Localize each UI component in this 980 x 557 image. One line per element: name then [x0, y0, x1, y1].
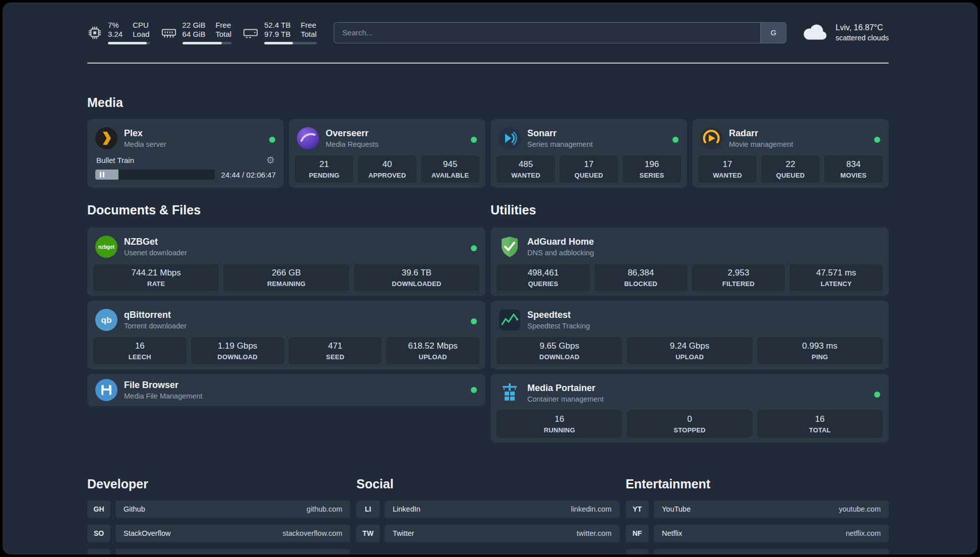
bookmark-name: Github	[124, 505, 145, 513]
app-card-radarr[interactable]: Radarr Movie management 17 WANTED 22 QUE…	[692, 119, 889, 188]
bookmark-name: Netflix	[662, 529, 682, 537]
documents-column: Documents & Files nzbget NZBGet U	[87, 194, 485, 442]
app-subtitle: Usenet downloader	[124, 249, 187, 257]
stat-upload: 618.52 Mbps UPLOAD	[386, 337, 479, 364]
disk-widget: 52.4 TB 97.9 TB Free Total	[242, 21, 317, 44]
bookmark-abbr: TW	[356, 525, 380, 542]
bookmark-abbr: DT	[87, 549, 110, 555]
svg-text:nzbget: nzbget	[98, 244, 115, 250]
bookmark-dev[interactable]: DT DEV dev.to	[87, 549, 350, 555]
topbar: 7% 3.24 CPU Load	[87, 21, 889, 44]
app-name: qBittorrent	[124, 310, 187, 320]
svg-text:qb: qb	[101, 315, 112, 325]
app-name: Speedtest	[527, 310, 590, 320]
section-title-entertainment: Entertainment	[626, 476, 889, 491]
app-card-plex[interactable]: Plex Media server Bullet Train ⚙ 24:44 /…	[87, 119, 284, 188]
memory-free-value: 22 GiB	[182, 21, 206, 30]
search-input[interactable]	[334, 22, 760, 43]
playback-progress-bar[interactable]	[95, 170, 215, 180]
app-card-qbittorrent[interactable]: qb qBittorrent Torrent downloader 16 LEE…	[87, 301, 485, 369]
bookmark-abbr: SO	[87, 525, 110, 542]
status-dot	[471, 137, 477, 143]
stat-remaining: 266 GB REMAINING	[223, 264, 349, 291]
media-grid: Plex Media server Bullet Train ⚙ 24:44 /…	[87, 119, 889, 188]
app-name: Overseerr	[326, 128, 379, 139]
stat-available: 945 AVAILABLE	[421, 155, 479, 183]
app-name: Radarr	[729, 128, 793, 139]
bookmark-github[interactable]: GH Github github.com	[87, 500, 350, 518]
qbittorrent-icon: qb	[95, 309, 117, 331]
cpu-load-label: Load	[133, 30, 149, 39]
now-playing-title: Bullet Train	[96, 156, 134, 164]
memory-free-label: Free	[215, 21, 231, 30]
cpu-progress-bar	[108, 42, 150, 44]
memory-total-label: Total	[215, 30, 231, 39]
nzbget-icon: nzbget	[95, 236, 117, 258]
status-dot	[471, 387, 477, 393]
status-dot	[471, 245, 477, 251]
dashboard-page: 7% 3.24 CPU Load	[3, 3, 977, 554]
stat-blocked: 86,384 BLOCKED	[594, 264, 688, 291]
app-card-sonarr[interactable]: Sonarr Series management 485 WANTED 17 Q…	[491, 119, 687, 188]
sonarr-icon	[499, 127, 521, 149]
weather-widget[interactable]: Lviv, 16.87°C scattered clouds	[802, 22, 889, 43]
portainer-icon	[499, 382, 521, 404]
stat-approved: 40 APPROVED	[358, 155, 416, 183]
app-name: Plex	[124, 128, 166, 139]
plex-icon	[95, 127, 117, 149]
status-dot	[471, 318, 477, 324]
search-engine-button[interactable]: G	[760, 22, 786, 43]
stat-download: 1.19 Gbps DOWNLOAD	[191, 337, 284, 364]
app-card-portainer[interactable]: Media Portainer Container management 16 …	[491, 374, 889, 442]
bookmark-youtube[interactable]: YT YouTube youtube.com	[626, 500, 889, 518]
gear-icon[interactable]: ⚙	[266, 155, 275, 165]
weather-condition: scattered clouds	[835, 34, 889, 42]
cloud-icon	[802, 22, 829, 43]
bookmark-stackoverflow[interactable]: SO StackOverflow stackoverflow.com	[87, 525, 350, 542]
status-dot	[269, 137, 275, 143]
bookmark-linkedin[interactable]: LI LinkedIn linkedin.com	[356, 500, 620, 518]
section-title-social: Social	[356, 476, 620, 491]
cpu-icon	[87, 25, 102, 40]
memory-widget: 22 GiB 64 GiB Free Total	[161, 21, 232, 44]
app-card-adguard[interactable]: AdGuard Home DNS and adblocking 498,461 …	[491, 228, 889, 296]
stat-wanted: 17 WANTED	[698, 155, 757, 183]
stat-wanted: 485 WANTED	[497, 155, 555, 183]
bookmark-group-developer: Developer GH Github github.com SO StackO…	[87, 468, 350, 554]
bookmark-url: twitter.com	[577, 529, 611, 537]
app-card-overseerr[interactable]: Overseerr Media Requests 21 PENDING 40 A…	[289, 119, 485, 188]
app-card-speedtest[interactable]: Speedtest Speedtest Tracking 9.65 Gbps D…	[491, 301, 889, 369]
disk-free-value: 52.4 TB	[264, 21, 290, 30]
bookmark-abbr: YT	[626, 500, 649, 518]
bookmark-reddit[interactable]: RE Reddit reddit.com	[626, 549, 889, 555]
app-name: Media Portainer	[527, 383, 604, 394]
bookmark-name: YouTube	[662, 505, 691, 513]
app-name: File Browser	[124, 380, 203, 391]
bookmark-twitter[interactable]: TW Twitter twitter.com	[356, 525, 620, 542]
header-divider	[87, 63, 889, 64]
bookmark-abbr: NF	[626, 525, 649, 542]
app-subtitle: Speedtest Tracking	[527, 322, 590, 330]
cpu-widget: 7% 3.24 CPU Load	[87, 21, 150, 44]
bookmark-url: dev.to	[323, 553, 342, 554]
app-name: AdGuard Home	[527, 237, 594, 247]
section-title-media: Media	[87, 95, 889, 110]
app-name: Sonarr	[527, 128, 593, 139]
filebrowser-icon	[95, 379, 117, 401]
bookmark-group-entertainment: Entertainment YT YouTube youtube.com NF …	[626, 468, 889, 554]
radarr-icon	[700, 127, 722, 149]
app-card-nzbget[interactable]: nzbget NZBGet Usenet downloader 744.21 M…	[87, 228, 485, 296]
bookmark-netflix[interactable]: NF Netflix netflix.com	[626, 525, 889, 542]
stat-download: 9.65 Gbps DOWNLOAD	[497, 337, 622, 364]
bookmark-url: github.com	[307, 505, 342, 513]
stat-filtered: 2,953 FILTERED	[692, 264, 785, 291]
app-card-filebrowser[interactable]: File Browser Media File Management	[87, 374, 485, 406]
status-dot	[874, 137, 880, 143]
bookmark-abbr: GH	[87, 500, 110, 518]
pause-icon[interactable]	[100, 172, 104, 178]
adguard-icon	[499, 236, 521, 258]
cpu-label: CPU	[133, 21, 149, 30]
bookmark-group-social: Social LI LinkedIn linkedin.com TW Twitt…	[356, 468, 620, 554]
bookmark-url: stackoverflow.com	[283, 529, 342, 537]
stat-queries: 498,461 QUERIES	[497, 264, 590, 291]
